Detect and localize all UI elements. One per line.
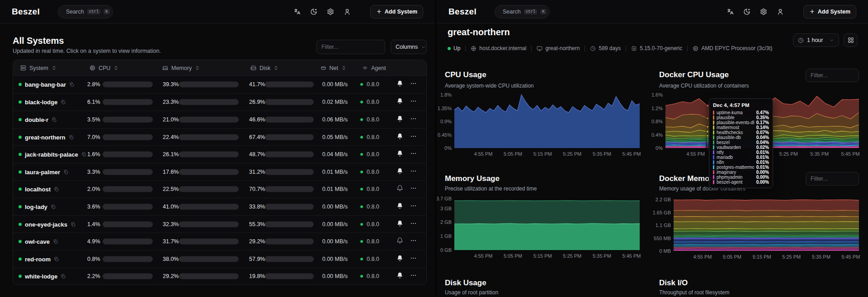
settings-gear-icon[interactable] bbox=[327, 8, 334, 15]
sort-icon[interactable] bbox=[52, 65, 57, 70]
meta-item-clock: 589 days bbox=[590, 45, 621, 51]
table-row[interactable]: double-r3.5%21.0%46.6%0.06 MB/s0.8.0 bbox=[13, 111, 426, 128]
cpu-bar bbox=[103, 221, 153, 227]
table-row[interactable]: localhost2.0%22.5%70.7%0.01 MB/s0.8.0 bbox=[13, 181, 426, 198]
table-row[interactable]: red-room0.8%38.0%57.9%0.00 MB/s0.8.0 bbox=[13, 250, 426, 268]
alerts-bell-button[interactable] bbox=[396, 167, 403, 176]
row-menu-button[interactable] bbox=[410, 115, 417, 124]
system-meta-row: Uphost.docker.internalgreat-northern589 … bbox=[448, 45, 773, 51]
agent-version: 0.8.0 bbox=[360, 256, 379, 262]
alerts-bell-button[interactable] bbox=[396, 98, 403, 107]
row-menu-button[interactable] bbox=[410, 237, 417, 246]
tooltip-row: postgres-mattermost0.01% bbox=[713, 165, 769, 170]
disk-chart-subtitle: Usage of root partition bbox=[445, 289, 498, 296]
copy-icon[interactable] bbox=[54, 256, 59, 261]
alerts-bell-button[interactable] bbox=[396, 220, 403, 228]
row-menu-button[interactable] bbox=[410, 272, 417, 281]
copy-icon[interactable] bbox=[81, 152, 86, 157]
columns-button[interactable]: Columns bbox=[391, 40, 427, 54]
table-row[interactable]: great-northern7.0%22.4%67.4%0.05 MB/s0.8… bbox=[13, 128, 426, 146]
memory-usage-chart[interactable]: 3.7 GB3 GB2 GB1 GB0 GB4:55 PM5:05 PM5:15… bbox=[454, 199, 640, 250]
sort-icon[interactable] bbox=[274, 65, 278, 70]
row-menu-button[interactable] bbox=[410, 255, 417, 263]
column-header-system[interactable]: System bbox=[20, 60, 57, 76]
table-row[interactable]: black-lodge6.1%23.3%26.9%0.02 MB/s0.8.0 bbox=[13, 93, 426, 111]
row-menu-button[interactable] bbox=[410, 167, 417, 176]
table-row[interactable]: one-eyed-jacks1.4%32.3%55.3%0.00 MB/s0.8… bbox=[13, 215, 426, 233]
user-icon[interactable] bbox=[344, 8, 351, 15]
time-range-select[interactable]: 1 hour bbox=[793, 33, 839, 47]
sort-icon[interactable] bbox=[113, 65, 118, 70]
alerts-bell-button[interactable] bbox=[396, 202, 403, 211]
column-header-memory[interactable]: Memory bbox=[162, 60, 200, 76]
language-icon[interactable] bbox=[293, 8, 301, 15]
agent-status-dot bbox=[360, 258, 363, 260]
layout-grid-button[interactable] bbox=[844, 33, 858, 47]
disk-value: 41.7% bbox=[249, 81, 265, 88]
row-menu-button[interactable] bbox=[410, 80, 417, 89]
sort-icon[interactable] bbox=[195, 65, 200, 70]
grid-icon bbox=[848, 37, 854, 43]
copy-icon[interactable] bbox=[53, 239, 58, 244]
system-name: owl-cave bbox=[25, 238, 58, 245]
copy-icon[interactable] bbox=[63, 169, 68, 174]
row-menu-button[interactable] bbox=[410, 202, 417, 211]
alerts-bell-button[interactable] bbox=[396, 80, 403, 89]
copy-icon[interactable] bbox=[54, 187, 59, 192]
alerts-bell-button[interactable] bbox=[396, 237, 403, 246]
row-menu-button[interactable] bbox=[410, 220, 417, 228]
table-row[interactable]: log-lady3.6%41.0%33.8%0.00 MB/s0.8.0 bbox=[13, 198, 426, 215]
copy-icon[interactable] bbox=[52, 117, 57, 122]
alerts-bell-button[interactable] bbox=[396, 185, 403, 194]
sort-icon[interactable] bbox=[341, 65, 346, 70]
x-axis-label: 5:35 PM bbox=[805, 151, 834, 157]
theme-moon-icon[interactable] bbox=[743, 8, 750, 15]
alerts-bell-button[interactable] bbox=[396, 150, 403, 159]
copy-icon[interactable] bbox=[51, 204, 56, 209]
alerts-bell-button[interactable] bbox=[396, 133, 403, 141]
user-icon[interactable] bbox=[777, 8, 784, 15]
copy-icon[interactable] bbox=[69, 82, 74, 87]
row-menu-button[interactable] bbox=[410, 98, 417, 107]
row-menu-button[interactable] bbox=[410, 150, 417, 159]
container-name: imaginary bbox=[717, 170, 754, 175]
tooltip-row: n8n0.01% bbox=[713, 160, 769, 165]
column-header-disk[interactable]: Disk bbox=[250, 60, 278, 76]
table-row[interactable]: jack-rabbits-palace1.6%26.1%48.7%0.04 MB… bbox=[13, 145, 426, 163]
search-placeholder: Search bbox=[66, 9, 84, 15]
copy-icon[interactable] bbox=[61, 100, 66, 105]
x-axis-label: 5:25 PM bbox=[558, 253, 587, 259]
copy-icon[interactable] bbox=[61, 274, 66, 279]
docker-cpu-filter-input[interactable]: Filter... bbox=[806, 69, 859, 82]
table-row[interactable]: bang-bang-bar2.8%39.3%41.7%0.00 MB/s0.8.… bbox=[13, 76, 426, 93]
docker-memory-filter-input[interactable]: Filter... bbox=[806, 172, 859, 186]
search-input[interactable]: Search ctrl K bbox=[58, 5, 113, 19]
x-axis-label: 5:35 PM bbox=[807, 254, 835, 260]
copy-icon[interactable] bbox=[69, 135, 74, 139]
add-system-button[interactable]: Add System bbox=[803, 5, 856, 19]
alerts-bell-button[interactable] bbox=[396, 255, 403, 263]
settings-gear-icon[interactable] bbox=[760, 8, 767, 15]
language-icon[interactable] bbox=[726, 8, 734, 15]
table-row[interactable]: laura-palmer3.3%17.6%31.2%0.01 MB/s0.8.0 bbox=[13, 163, 426, 181]
column-header-cpu[interactable]: CPU bbox=[90, 60, 118, 76]
series-color-swatch bbox=[713, 135, 714, 139]
theme-moon-icon[interactable] bbox=[310, 8, 317, 15]
table-filter-input[interactable]: Filter... bbox=[316, 40, 385, 54]
row-menu-button[interactable] bbox=[410, 185, 417, 194]
alerts-bell-button[interactable] bbox=[396, 115, 403, 124]
row-menu-button[interactable] bbox=[410, 133, 417, 141]
cpu-bar bbox=[103, 274, 153, 279]
table-row[interactable]: owl-cave4.9%31.7%29.2%0.00 MB/s0.8.0 bbox=[13, 232, 426, 250]
table-row[interactable]: white-lodge2.2%29.2%19.8%0.00 MB/s0.8.0 bbox=[13, 268, 426, 285]
add-system-button[interactable]: Add System bbox=[370, 5, 423, 19]
alerts-bell-button[interactable] bbox=[396, 272, 403, 281]
search-input[interactable]: Search ctrl K bbox=[495, 5, 550, 19]
column-header-net[interactable]: Net bbox=[302, 60, 346, 76]
memory-chart-svg bbox=[454, 199, 640, 250]
y-axis-label: 1.65 GB bbox=[651, 210, 671, 215]
cpu-value: 2.0% bbox=[87, 186, 100, 192]
cpu-usage-chart[interactable]: 1.8%1.35%0.9%0.45%0%4:55 PM5:05 PM5:15 P… bbox=[454, 95, 640, 148]
copy-icon[interactable] bbox=[71, 222, 75, 227]
docker-memory-usage-chart[interactable]: 2.2 GB1.65 GB1.1 GB550 MB0 MB4:55 PM5:05… bbox=[674, 200, 859, 251]
